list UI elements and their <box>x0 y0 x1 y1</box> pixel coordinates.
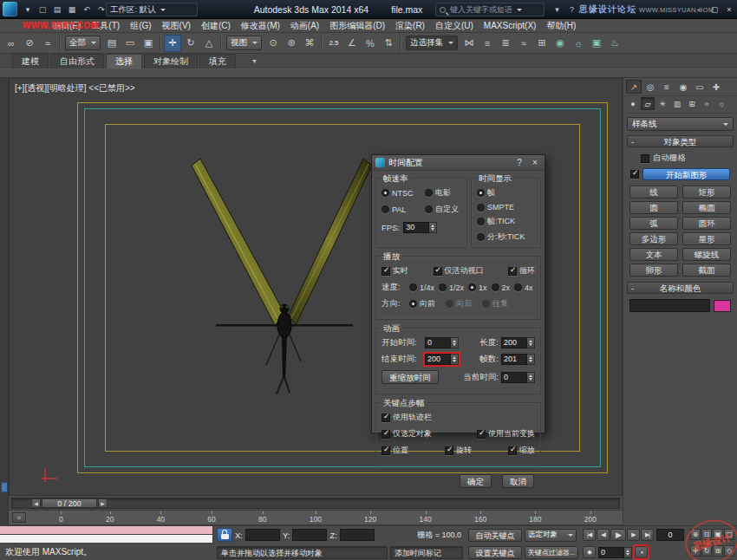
go-to-end-button[interactable]: ▶| <box>641 529 654 541</box>
shape-button[interactable]: 多边形 <box>629 232 678 245</box>
window-crossing-icon[interactable]: ▣ <box>140 35 157 52</box>
percent-snap-icon[interactable]: % <box>362 35 379 52</box>
checkbox-mark[interactable] <box>382 267 390 276</box>
time-display-option[interactable]: 分:秒:TICK <box>477 231 535 243</box>
frame-rate-option[interactable]: 自定义 <box>425 204 461 215</box>
key-mode-toggle-button[interactable]: ◆ <box>583 546 596 558</box>
key-steps-check[interactable]: 缩放 <box>508 445 535 456</box>
radio-mark[interactable] <box>409 300 417 308</box>
dialog-close-button[interactable]: × <box>529 158 541 167</box>
time-display-option[interactable]: SMPTE <box>477 203 535 212</box>
angle-snap-icon[interactable]: ∠ <box>343 35 361 52</box>
menu-item[interactable]: 视图(V) <box>157 19 196 32</box>
radio-mark[interactable] <box>492 283 499 291</box>
render-setup-icon[interactable]: ☼ <box>570 35 587 52</box>
key-steps-check[interactable]: 使用轨迹栏 <box>382 412 432 423</box>
previous-frame-button[interactable]: ◀ <box>597 529 610 541</box>
checkbox-mark[interactable] <box>508 446 517 455</box>
key-steps-check[interactable]: 仅选定对象 <box>382 428 432 440</box>
radio-mark[interactable] <box>477 233 485 241</box>
key-steps-check[interactable]: 旋转 <box>445 445 472 456</box>
align-icon[interactable]: ≡ <box>479 35 496 52</box>
shape-category-dropdown[interactable]: 样条线 <box>627 117 734 131</box>
tab-create[interactable]: ↗ <box>626 80 642 94</box>
select-and-manipulate-icon[interactable]: ⊛ <box>283 35 300 52</box>
spinner-arrows-icon[interactable] <box>429 222 437 233</box>
go-to-start-button[interactable]: |◀ <box>583 529 596 541</box>
zoom-region-icon[interactable]: ▢ <box>724 529 734 540</box>
time-slider-prev-button[interactable]: ◀ <box>31 498 41 508</box>
spinner-arrows-icon[interactable] <box>527 354 535 365</box>
current-time-field[interactable]: 0 <box>501 372 527 383</box>
radio-mark[interactable] <box>446 300 453 308</box>
shape-button[interactable]: 卵形 <box>629 264 678 277</box>
shape-button[interactable]: 椭圆 <box>682 201 731 214</box>
bind-to-space-warp-icon[interactable]: ≈ <box>39 35 56 52</box>
start-new-shape-button[interactable]: 开始新图形 <box>642 168 730 180</box>
info-center-icon[interactable]: ? <box>566 3 577 16</box>
maximize-button[interactable]: ▢ <box>708 3 721 16</box>
shape-button[interactable]: 截面 <box>682 264 731 277</box>
menu-item[interactable]: 组(G) <box>125 19 156 32</box>
time-slider-track[interactable]: ◀ 0 / 200 ▶ <box>11 498 620 509</box>
pan-icon[interactable]: ✛ <box>690 545 701 557</box>
autogrid-checkbox[interactable] <box>641 154 649 163</box>
checkbox-mark[interactable] <box>508 267 517 276</box>
key-steps-check[interactable]: 使用当前变换 <box>477 428 535 440</box>
shape-button[interactable]: 文本 <box>629 248 678 261</box>
radio-mark[interactable] <box>468 283 476 291</box>
checkbox-mark[interactable] <box>477 430 486 439</box>
cancel-button[interactable]: 取消 <box>502 474 534 488</box>
new-scene-icon[interactable]: ▢ <box>36 3 49 16</box>
time-configuration-button[interactable]: ◔ <box>635 546 648 558</box>
spinner-snap-icon[interactable]: ⇅ <box>380 35 397 52</box>
macro-recorder-field[interactable] <box>0 526 212 535</box>
zoom-all-icon[interactable]: ⊡ <box>701 529 712 540</box>
menu-item[interactable]: 动画(A) <box>285 19 324 32</box>
use-pivot-center-icon[interactable]: ⊙ <box>264 35 282 52</box>
maximize-viewport-icon[interactable]: ⊞ <box>713 545 723 557</box>
current-frame-field[interactable]: 0 <box>656 529 684 541</box>
maxscript-mini-listener[interactable] <box>0 526 213 544</box>
time-slider-next-button[interactable]: ▶ <box>98 498 108 508</box>
shape-button[interactable]: 矩形 <box>682 186 731 199</box>
tab-modify[interactable]: ◎ <box>642 80 658 94</box>
render-production-icon[interactable]: ♨ <box>606 35 623 52</box>
set-key-button[interactable]: 设置关键点 <box>468 546 522 559</box>
play-animation-button[interactable]: ▶ <box>610 529 626 541</box>
curve-editor-icon[interactable]: ≈ <box>515 35 532 52</box>
key-steps-check[interactable]: 位置 <box>382 445 408 456</box>
shape-button[interactable]: 圆环 <box>682 217 731 230</box>
checkbox-mark[interactable] <box>445 446 453 455</box>
select-and-scale-icon[interactable]: △ <box>200 35 218 52</box>
tab-motion[interactable]: ◉ <box>675 80 691 94</box>
radio-mark[interactable] <box>409 283 417 291</box>
schematic-view-icon[interactable]: ⊞ <box>533 35 551 52</box>
viewport-tab-button[interactable] <box>1 482 8 492</box>
fov-icon[interactable]: ◇ <box>724 545 734 557</box>
rollout-object-type[interactable]: - 对象类型 <box>627 135 734 147</box>
next-frame-button[interactable]: ▶ <box>627 529 640 541</box>
shape-button[interactable]: 圆 <box>629 201 678 214</box>
playback-check[interactable]: 循环 <box>508 265 535 277</box>
rectangular-selection-region-icon[interactable]: ▭ <box>121 35 139 52</box>
zoom-extents-icon[interactable]: ▣ <box>713 529 723 540</box>
frame-rate-option[interactable]: PAL <box>382 204 425 215</box>
named-selection-sets-field[interactable]: 边选择集 <box>406 36 458 50</box>
start-new-shape-checkbox[interactable] <box>630 170 639 179</box>
x-coordinate-field[interactable] <box>245 529 280 541</box>
end-time-field[interactable]: 200 <box>425 354 451 365</box>
ribbon-tab[interactable]: 填充 <box>199 54 236 68</box>
ribbon-more-icon[interactable]: ▼ <box>251 58 258 64</box>
radio-mark[interactable] <box>477 204 485 212</box>
speed-option[interactable]: 4x <box>514 283 533 292</box>
rendered-frame-window-icon[interactable]: ▣ <box>588 35 605 52</box>
ribbon-tab[interactable]: 建模 <box>12 54 49 68</box>
material-editor-icon[interactable]: ◉ <box>551 35 569 52</box>
frame-spinner-field[interactable]: 0 <box>598 547 624 558</box>
ok-button[interactable]: 确定 <box>460 474 492 488</box>
dialog-title-bar[interactable]: 时间配置 ? × <box>372 155 545 171</box>
select-and-rotate-icon[interactable]: ↻ <box>182 35 199 52</box>
category-helpers-icon[interactable]: ⊞ <box>685 97 699 110</box>
unlink-selection-icon[interactable]: ⊘ <box>21 35 38 52</box>
